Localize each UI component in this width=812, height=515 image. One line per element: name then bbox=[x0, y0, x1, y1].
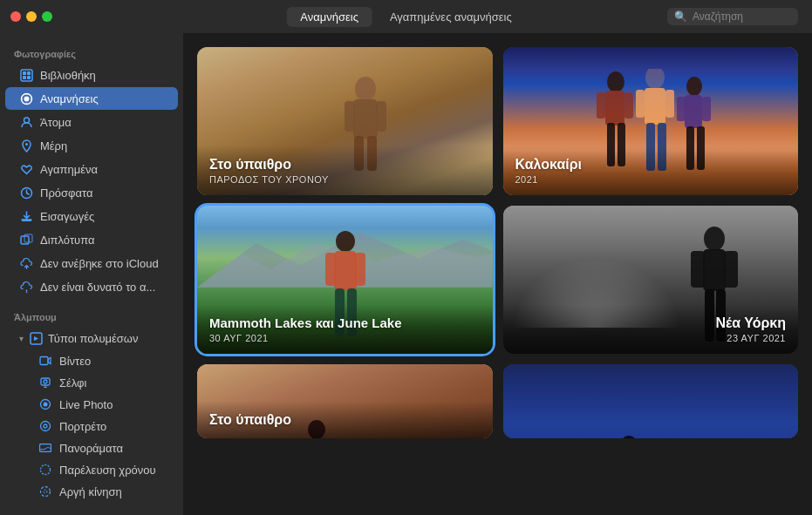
favorites-icon bbox=[19, 162, 33, 176]
sidebar-item-live-photo[interactable]: Live Photo bbox=[5, 394, 178, 415]
svg-rect-14 bbox=[22, 220, 31, 221]
minimize-button[interactable] bbox=[26, 11, 37, 22]
sidebar-item-label: Δεν είναι δυνατό το α... bbox=[40, 281, 155, 294]
svg-rect-67 bbox=[691, 251, 705, 288]
svg-rect-43 bbox=[597, 92, 605, 119]
sidebar-item-favorites[interactable]: Αγαπημένα bbox=[5, 158, 178, 180]
sidebar-item-video[interactable]: Βίντεο bbox=[5, 350, 178, 371]
svg-point-11 bbox=[24, 118, 29, 123]
people-icon bbox=[19, 115, 33, 129]
memories-content: Στο ύπαιθρο ΠΑΡΟΔΟΣ ΤΟΥ ΧΡΟΝΟΥ bbox=[183, 33, 812, 515]
close-button[interactable] bbox=[10, 11, 21, 22]
sidebar-item-portrait[interactable]: Πορτρέτο bbox=[5, 416, 178, 437]
sidebar-item-panorama[interactable]: Πανοράματα bbox=[5, 437, 178, 458]
media-types-group[interactable]: ▾ Τύποι πολυμέσων bbox=[5, 327, 178, 349]
sidebar-sub-label: Βίντεο bbox=[59, 355, 91, 368]
svg-rect-2 bbox=[27, 71, 31, 75]
svg-point-47 bbox=[645, 69, 665, 89]
sidebar-item-library[interactable]: Βιβλιοθήκη bbox=[5, 64, 178, 86]
sidebar-item-imports[interactable]: Εισαγωγές bbox=[5, 205, 178, 227]
svg-point-65 bbox=[704, 227, 725, 251]
svg-rect-62 bbox=[355, 253, 365, 286]
media-types-label: Τύποι πολυμέσων bbox=[48, 332, 138, 345]
memory-card-newyork[interactable]: Νέα Υόρκη 23 ΑΥΓ 2021 bbox=[503, 206, 799, 354]
memory-card-mammoth[interactable]: Mammoth Lakes και June Lake 30 ΑΥΓ 2021 bbox=[197, 206, 493, 354]
sidebar-item-label: Πρόσφατα bbox=[40, 186, 92, 200]
sidebar-item-label: Δεν ανέβηκε στο iCloud bbox=[40, 257, 159, 270]
sidebar-item-label: Άτομα bbox=[40, 116, 72, 129]
svg-rect-48 bbox=[645, 88, 665, 125]
sidebar-item-memories[interactable]: Αναμνήσεις bbox=[5, 87, 178, 110]
svg-point-32 bbox=[41, 465, 51, 475]
memory-title: Καλοκαίρι bbox=[515, 156, 787, 173]
svg-rect-56 bbox=[702, 97, 711, 121]
svg-point-53 bbox=[686, 77, 702, 96]
sidebar-item-people[interactable]: Άτομα bbox=[5, 111, 178, 133]
tab-memories[interactable]: Αναμνήσεις bbox=[286, 7, 372, 27]
svg-rect-37 bbox=[345, 101, 355, 132]
photos-section-label: Φωτογραφίες bbox=[0, 44, 183, 63]
sidebar-item-not-uploaded[interactable]: Δεν ανέβηκε στο iCloud bbox=[5, 252, 178, 274]
sidebar-sub-label: Πορτρέτο bbox=[59, 420, 106, 433]
selfie-icon bbox=[38, 376, 52, 390]
svg-point-12 bbox=[25, 143, 28, 146]
memories-grid: Στο ύπαιθρο ΠΑΡΟΔΟΣ ΤΟΥ ΧΡΟΝΟΥ bbox=[197, 47, 798, 438]
memory-card-overlay: Νέα Υόρκη 23 ΑΥΓ 2021 bbox=[503, 304, 799, 354]
svg-rect-18 bbox=[40, 357, 48, 365]
search-bar[interactable]: 🔍 Αναζήτηση bbox=[667, 8, 798, 25]
sidebar-item-not-downloadable[interactable]: Δεν είναι δυνατό το α... bbox=[5, 275, 178, 298]
svg-rect-50 bbox=[665, 90, 674, 118]
memory-card-outdoor[interactable]: Στο ύπαιθρο ΠΑΡΟΔΟΣ ΤΟΥ ΧΡΟΝΟΥ bbox=[197, 47, 493, 195]
sidebar-item-label: Αγαπημένα bbox=[40, 163, 98, 176]
titlebar: Αναμνήσεις Αγαπημένες αναμνήσεις 🔍 Αναζή… bbox=[0, 0, 812, 33]
maximize-button[interactable] bbox=[42, 11, 52, 22]
svg-point-59 bbox=[336, 231, 355, 252]
sidebar-item-label: Διπλότυπα bbox=[40, 234, 94, 247]
memory-subtitle: 30 ΑΥΓ 2021 bbox=[209, 333, 481, 343]
sidebar-item-duplicates[interactable]: Διπλότυπα bbox=[5, 228, 178, 251]
main-layout: Φωτογραφίες Βιβλιοθήκη bbox=[0, 33, 812, 515]
memory-card-outdoor2[interactable]: Στο ύπαιθρο bbox=[197, 364, 493, 438]
sidebar-sub-label: Αργή κίνηση bbox=[59, 485, 122, 498]
svg-point-24 bbox=[44, 403, 48, 407]
memory-card-summer[interactable]: Καλοκαίρι 2021 bbox=[503, 47, 799, 195]
sidebar: Φωτογραφίες Βιβλιοθήκη bbox=[0, 33, 183, 515]
memory-subtitle: ΠΑΡΟΔΟΣ ΤΟΥ ΧΡΟΝΟΥ bbox=[209, 174, 481, 185]
chevron-icon: ▾ bbox=[19, 334, 24, 343]
sidebar-item-recent[interactable]: Πρόσφατα bbox=[5, 181, 178, 204]
library-icon bbox=[19, 68, 33, 82]
sidebar-item-timelapse[interactable]: Παρέλευση χρόνου bbox=[5, 459, 178, 480]
svg-rect-19 bbox=[41, 378, 50, 385]
sidebar-sub-label: Πανοράματα bbox=[59, 442, 123, 455]
svg-rect-61 bbox=[325, 253, 336, 286]
memory-subtitle: 23 ΑΥΓ 2021 bbox=[515, 333, 787, 343]
svg-rect-60 bbox=[334, 251, 357, 290]
places-icon bbox=[19, 139, 33, 152]
memory-title: Mammoth Lakes και June Lake bbox=[209, 315, 481, 331]
portrait-icon bbox=[38, 419, 52, 433]
svg-rect-0 bbox=[21, 70, 32, 81]
svg-point-41 bbox=[607, 71, 624, 92]
timelapse-icon bbox=[38, 463, 52, 477]
sidebar-item-places[interactable]: Μέρη bbox=[5, 134, 178, 157]
sidebar-sub-label: Παρέλευση χρόνου bbox=[59, 464, 156, 477]
sidebar-sub-label: Live Photo bbox=[59, 398, 113, 411]
sidebar-item-selfie[interactable]: Σέλφι bbox=[5, 372, 178, 393]
memory-title: Στο ύπαιθρο bbox=[209, 156, 481, 173]
sidebar-item-label: Βιβλιοθήκη bbox=[40, 69, 96, 82]
media-types-icon bbox=[29, 331, 43, 345]
sidebar-item-label: Μέρη bbox=[40, 139, 67, 152]
tab-favorite-memories[interactable]: Αγαπημένες αναμνήσεις bbox=[376, 7, 526, 27]
svg-rect-1 bbox=[23, 71, 26, 75]
panorama-icon bbox=[38, 441, 52, 455]
search-icon: 🔍 bbox=[674, 10, 687, 23]
sidebar-item-label: Αναμνήσεις bbox=[40, 92, 99, 105]
memory-title: Νέα Υόρκη bbox=[515, 315, 787, 331]
memory-card-blue[interactable] bbox=[503, 364, 799, 438]
svg-rect-42 bbox=[605, 91, 624, 125]
cloud-upload-icon bbox=[19, 256, 33, 270]
sidebar-item-slow-motion[interactable]: Αργή κίνηση bbox=[5, 481, 178, 502]
svg-point-34 bbox=[44, 490, 47, 493]
window-controls bbox=[10, 11, 52, 22]
svg-rect-22 bbox=[45, 385, 46, 387]
